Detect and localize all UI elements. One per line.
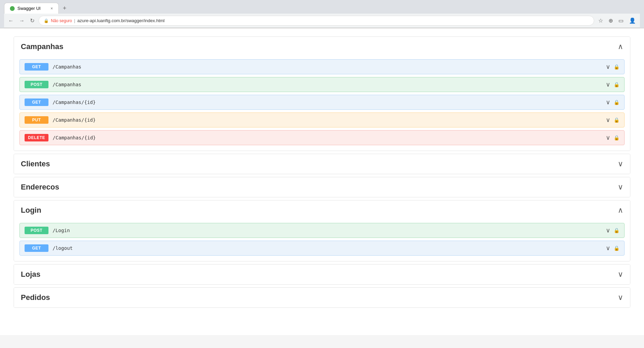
section-chevron-lojas: ∨ [618,270,623,279]
method-badge-campanhas-3: PUT [25,116,48,124]
section-title-enderecos: Enderecos [21,183,59,192]
endpoint-row-campanhas-1[interactable]: POST/Campanhas∨🔒 [19,77,625,92]
browser-chrome: Swagger UI × + ← → ↻ 🔒 Não seguro | azur… [0,0,644,28]
section-header-lojas[interactable]: Lojas∨ [14,264,630,284]
endpoint-right-campanhas-1: ∨🔒 [606,81,619,88]
page-content: Campanhas∧GET/Campanhas∨🔒POST/Campanhas∨… [0,28,644,335]
section-chevron-enderecos: ∨ [618,183,623,192]
endpoint-lock-campanhas-1: 🔒 [614,82,619,87]
method-badge-campanhas-0: GET [25,63,48,71]
bookmark-button[interactable]: ☆ [597,16,604,25]
section-header-login[interactable]: Login∧ [14,200,630,220]
section-chevron-clientes: ∨ [618,160,623,168]
section-title-campanhas: Campanhas [21,42,63,51]
endpoint-lock-login-0: 🔒 [614,228,619,233]
endpoint-chevron-campanhas-2: ∨ [606,99,610,106]
method-badge-campanhas-4: DELETE [25,134,48,141]
section-clientes: Clientes∨ [14,154,630,174]
endpoint-lock-campanhas-4: 🔒 [614,135,619,140]
endpoint-chevron-campanhas-3: ∨ [606,116,610,124]
section-title-login: Login [21,206,41,215]
section-header-campanhas[interactable]: Campanhas∧ [14,37,630,57]
endpoint-chevron-login-0: ∨ [606,227,610,234]
section-title-lojas: Lojas [21,270,40,279]
method-badge-login-0: POST [25,227,48,234]
forward-button[interactable]: → [18,16,26,25]
section-campanhas: Campanhas∧GET/Campanhas∨🔒POST/Campanhas∨… [14,36,630,151]
endpoint-path-campanhas-4: /Campanhas/{id} [53,135,606,140]
profile-button[interactable]: 👤 [628,16,637,25]
reload-button[interactable]: ↻ [29,16,36,25]
endpoint-lock-campanhas-2: 🔒 [614,100,619,105]
endpoint-chevron-campanhas-0: ∨ [606,63,610,71]
section-body-campanhas: GET/Campanhas∨🔒POST/Campanhas∨🔒GET/Campa… [14,57,630,151]
endpoint-lock-login-1: 🔒 [614,245,619,251]
endpoint-right-campanhas-4: ∨🔒 [606,134,619,141]
new-tab-button[interactable]: + [60,3,69,13]
section-title-pedidos: Pedidos [21,293,50,302]
endpoint-lock-campanhas-3: 🔒 [614,117,619,123]
section-title-clientes: Clientes [21,160,50,168]
section-pedidos: Pedidos∨ [14,287,630,308]
security-warning-icon: 🔒 [44,18,49,23]
extension-button[interactable]: ⊕ [607,16,614,25]
endpoint-right-campanhas-3: ∨🔒 [606,116,619,124]
endpoint-row-login-1[interactable]: GET/logout∨🔒 [19,241,625,256]
endpoint-right-campanhas-0: ∨🔒 [606,63,619,71]
toolbar-icons: ☆ ⊕ ▭ 👤 [597,16,637,25]
endpoint-path-campanhas-2: /Campanhas/{id} [53,100,606,105]
endpoint-path-campanhas-3: /Campanhas/{id} [53,117,606,123]
section-header-pedidos[interactable]: Pedidos∨ [14,288,630,307]
section-lojas: Lojas∨ [14,264,630,285]
section-enderecos: Enderecos∨ [14,177,630,197]
method-badge-campanhas-2: GET [25,99,48,106]
endpoint-path-login-0: /Login [53,228,606,233]
endpoint-row-campanhas-4[interactable]: DELETE/Campanhas/{id}∨🔒 [19,130,625,145]
endpoint-chevron-campanhas-1: ∨ [606,81,610,88]
endpoint-lock-campanhas-0: 🔒 [614,64,619,70]
method-badge-login-1: GET [25,244,48,252]
section-body-login: POST/Login∨🔒GET/logout∨🔒 [14,220,630,261]
tab-close-button[interactable]: × [51,6,53,11]
endpoint-row-campanhas-2[interactable]: GET/Campanhas/{id}∨🔒 [19,95,625,110]
tab-favicon [10,6,15,11]
endpoint-row-campanhas-3[interactable]: PUT/Campanhas/{id}∨🔒 [19,112,625,127]
section-chevron-campanhas: ∧ [618,42,623,51]
url-text: azure-api.luanftg.com.br/swagger/index.h… [77,18,164,23]
section-login: Login∧POST/Login∨🔒GET/logout∨🔒 [14,200,630,261]
endpoint-chevron-login-1: ∨ [606,244,610,252]
tab-label: Swagger UI [17,6,41,11]
sidebar-button[interactable]: ▭ [617,16,625,25]
endpoint-path-campanhas-0: /Campanhas [53,64,606,70]
endpoint-right-login-0: ∨🔒 [606,227,619,234]
section-header-clientes[interactable]: Clientes∨ [14,154,630,174]
url-separator: | [74,18,75,23]
active-tab[interactable]: Swagger UI × [4,3,59,14]
endpoint-chevron-campanhas-4: ∨ [606,134,610,141]
method-badge-campanhas-1: POST [25,81,48,88]
section-header-enderecos[interactable]: Enderecos∨ [14,177,630,197]
section-chevron-login: ∧ [618,206,623,215]
endpoint-path-campanhas-1: /Campanhas [53,82,606,87]
security-warning-text: Não seguro [51,18,72,23]
tab-bar: Swagger UI × + [4,3,640,14]
endpoint-row-campanhas-0[interactable]: GET/Campanhas∨🔒 [19,59,625,74]
endpoint-path-login-1: /logout [53,245,606,251]
endpoint-row-login-0[interactable]: POST/Login∨🔒 [19,223,625,238]
endpoint-right-campanhas-2: ∨🔒 [606,99,619,106]
back-button[interactable]: ← [7,16,15,25]
address-bar[interactable]: 🔒 Não seguro | azure-api.luanftg.com.br/… [39,16,594,26]
address-bar-row: ← → ↻ 🔒 Não seguro | azure-api.luanftg.c… [4,14,640,28]
section-chevron-pedidos: ∨ [618,293,623,302]
endpoint-right-login-1: ∨🔒 [606,244,619,252]
